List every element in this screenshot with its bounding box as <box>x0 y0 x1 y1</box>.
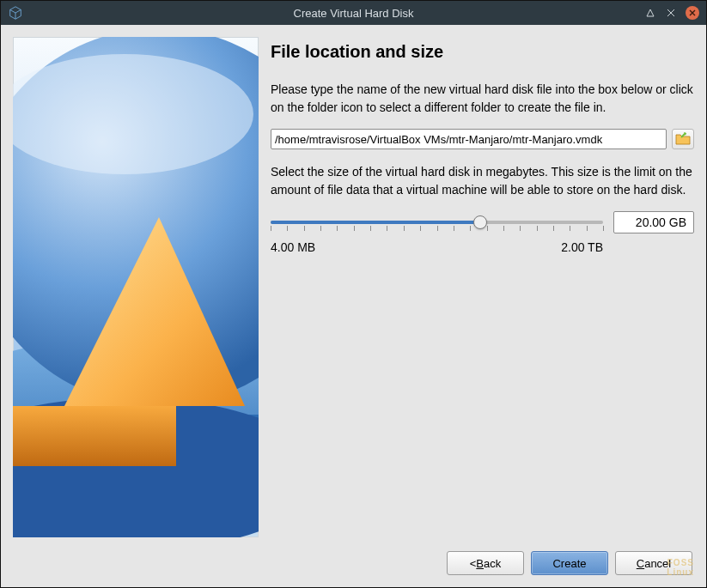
window-minimize-icon[interactable] <box>644 7 656 19</box>
content: File location and size Please type the n… <box>1 25 706 587</box>
form-pane: File location and size Please type the n… <box>271 37 694 537</box>
help-text-2: Select the size of the virtual hard disk… <box>271 163 694 199</box>
disk-size-input[interactable] <box>613 211 694 233</box>
back-button[interactable]: < Back <box>447 551 524 575</box>
size-slider-row <box>271 211 694 233</box>
slider-ticks <box>271 226 603 231</box>
wizard-illustration <box>13 37 259 537</box>
window-close-icon[interactable] <box>686 6 699 20</box>
create-button[interactable]: Create <box>531 551 608 575</box>
help-text-1: Please type the name of the new virtual … <box>271 81 694 117</box>
window-maximize-icon[interactable] <box>665 7 677 19</box>
path-row <box>271 129 694 149</box>
slider-fill <box>271 221 480 224</box>
button-row: < Back Create Cancel <box>1 543 706 587</box>
browse-folder-button[interactable] <box>672 129 694 149</box>
cancel-button[interactable]: Cancel <box>615 551 692 575</box>
dialog-window: Create Virtual Hard Disk <box>0 0 707 588</box>
slider-min-label: 4.00 MB <box>271 240 315 254</box>
file-path-input[interactable] <box>271 129 667 149</box>
size-slider[interactable] <box>271 214 603 231</box>
slider-max-label: 2.00 TB <box>561 240 603 254</box>
page-title: File location and size <box>271 42 694 62</box>
slider-thumb[interactable] <box>473 215 487 229</box>
folder-icon <box>675 132 691 146</box>
slider-labels: 4.00 MB 2.00 TB <box>271 240 694 254</box>
window-controls <box>644 6 699 20</box>
titlebar: Create Virtual Hard Disk <box>1 1 706 25</box>
window-title: Create Virtual Hard Disk <box>1 7 706 20</box>
main-row: File location and size Please type the n… <box>1 25 706 543</box>
app-icon <box>8 5 23 21</box>
